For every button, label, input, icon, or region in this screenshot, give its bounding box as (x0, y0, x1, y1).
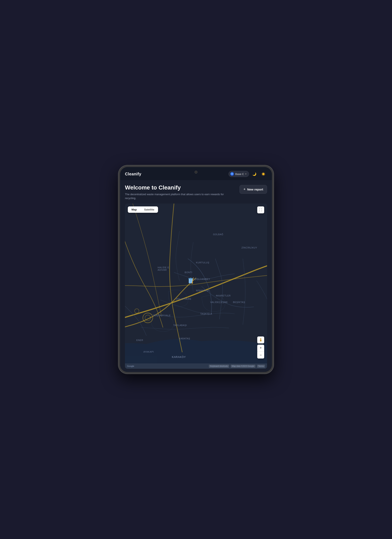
main-content: Welcome to Cleanify The decentralized wa… (120, 180, 272, 372)
map-attribution-bar: Google Keyboard shortcuts Map data ©2023… (125, 363, 267, 369)
satellite-tab[interactable]: Satellite (140, 207, 158, 213)
keyboard-shortcuts-link[interactable]: Keyboard shortcuts (209, 365, 229, 368)
light-mode-button[interactable]: ☀️ (260, 170, 267, 178)
app-header: Cleanify Base C ▾ 🌙 ☀️ (120, 167, 272, 180)
map-container[interactable]: GÜLBAĞ ZİNCİRLİKUY KURTULUŞ HALİDE E.ADI… (125, 204, 267, 369)
plus-icon: + (243, 187, 246, 192)
page-subtitle: The decentralized waste management platf… (125, 192, 227, 200)
zoom-in-button[interactable]: + (257, 345, 264, 351)
map-attribution: Keyboard shortcuts Map data ©2023 Google… (209, 365, 265, 368)
volume-up-button[interactable] (272, 208, 274, 218)
zoom-controls: + − (257, 345, 264, 359)
map-data-text: Map data ©2023 Google (231, 365, 255, 368)
chevron-down-icon: ▾ (245, 173, 247, 175)
page-title: Welcome to Cleanify (125, 184, 227, 191)
power-button[interactable] (272, 232, 274, 247)
screen: Cleanify Base C ▾ 🌙 ☀️ (120, 167, 272, 372)
map-tab[interactable]: Map (128, 207, 140, 213)
map-controls: + − (257, 337, 264, 359)
network-selector[interactable]: Base C ▾ (228, 171, 249, 177)
header-controls: Base C ▾ 🌙 ☀️ (228, 170, 267, 178)
google-logo: Google (127, 365, 134, 367)
person-icon (259, 338, 263, 342)
svg-point-1 (232, 173, 232, 174)
zoom-out-icon: − (260, 353, 262, 357)
fullscreen-button[interactable] (257, 207, 264, 213)
svg-rect-7 (189, 278, 193, 279)
svg-point-12 (260, 338, 261, 340)
moon-icon: 🌙 (252, 172, 256, 176)
map-marker[interactable] (187, 275, 197, 287)
tablet-frame: Cleanify Base C ▾ 🌙 ☀️ (118, 165, 274, 374)
street-view-button[interactable] (257, 337, 264, 343)
page-title-block: Welcome to Cleanify The decentralized wa… (125, 184, 227, 200)
page-header: Welcome to Cleanify The decentralized wa… (125, 180, 267, 204)
new-report-button[interactable]: + New report (239, 185, 267, 194)
sun-icon: ☀️ (261, 172, 266, 176)
network-name: Base C (235, 173, 244, 176)
zoom-in-icon: + (260, 346, 262, 350)
new-report-label: New report (247, 188, 263, 191)
app-title: Cleanify (125, 172, 141, 176)
volume-down-button[interactable] (272, 222, 274, 232)
terms-link[interactable]: Terms (257, 365, 265, 368)
dark-mode-button[interactable]: 🌙 (251, 170, 258, 178)
map-view-toggle: Map Satellite (128, 207, 158, 213)
fullscreen-icon (259, 208, 262, 212)
zoom-out-button[interactable]: − (257, 351, 264, 359)
network-dot-icon (230, 172, 234, 176)
